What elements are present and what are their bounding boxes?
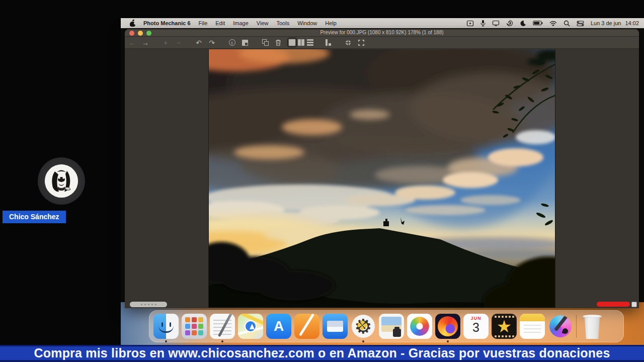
dock-item-launchpad[interactable] xyxy=(182,314,207,339)
calendar-icon: JUN 3 xyxy=(463,314,489,339)
launchpad-icon xyxy=(182,314,207,339)
dock-item-firefox[interactable] xyxy=(435,314,460,339)
textedit-icon xyxy=(210,314,235,339)
screen-add-icon[interactable] xyxy=(466,20,474,27)
window-title: Preview for 000.JPG (1080 x 810 92K) 178… xyxy=(125,30,639,35)
menu-file[interactable]: File xyxy=(199,20,208,26)
zoom-out-button[interactable]: − xyxy=(173,38,184,48)
menu-clock[interactable]: Lun 3 de jun 14:02 xyxy=(591,20,639,26)
dock: A ⚙ JUN xyxy=(149,310,624,342)
dock-separator xyxy=(576,315,577,338)
dock-item-maps[interactable] xyxy=(238,314,263,339)
spotlight-icon[interactable] xyxy=(564,20,570,27)
dock-item-preview[interactable] xyxy=(379,314,404,339)
dock-item-calendar[interactable]: JUN 3 xyxy=(463,314,489,339)
preview-app-icon xyxy=(379,314,404,339)
collapse-icon xyxy=(345,39,352,46)
dock-item-krita[interactable] xyxy=(548,314,573,339)
swirl-icon[interactable] xyxy=(506,20,513,27)
menu-window[interactable]: Window xyxy=(297,20,317,26)
copy-button[interactable] xyxy=(260,38,271,48)
photo-mechanic-icon: ⚙ xyxy=(351,314,376,339)
delete-button[interactable] xyxy=(273,38,284,48)
red-scrollbar[interactable] xyxy=(597,302,630,307)
adjust-button[interactable] xyxy=(239,38,251,48)
dock-item-movie-star[interactable]: ★ xyxy=(492,314,517,339)
dock-item-photo-mechanic[interactable]: ⚙ xyxy=(351,314,376,339)
dock-item-finder[interactable] xyxy=(153,314,179,339)
krita-icon xyxy=(548,314,573,339)
moon-icon[interactable] xyxy=(520,20,526,27)
dock-item-photos[interactable] xyxy=(407,314,432,339)
zoom-in-button[interactable]: + xyxy=(160,38,171,48)
firefox-icon xyxy=(435,314,460,339)
webcam-overlay xyxy=(38,157,85,205)
donation-banner: Compra mis libros en www.chicosanchez.co… xyxy=(0,345,644,362)
shared-screen: Photo Mechanic 6 File Edit Image View To… xyxy=(121,18,644,345)
display-icon[interactable] xyxy=(492,20,500,26)
apple-menu-icon[interactable] xyxy=(130,20,135,27)
maps-icon xyxy=(238,314,263,339)
battery-icon[interactable] xyxy=(533,21,543,26)
adjust-icon xyxy=(242,40,248,46)
thumb-scrubber[interactable] xyxy=(130,302,167,307)
presenter-name-tag: Chico Sánchez xyxy=(3,211,66,223)
wifi-icon[interactable] xyxy=(549,21,557,26)
menu-date: Lun 3 de jun xyxy=(591,20,621,26)
expand-icon xyxy=(358,39,365,46)
notes-icon xyxy=(520,314,545,339)
forward-button[interactable]: → xyxy=(140,38,151,48)
preview-toolbar: ← → + − ↶ ↷ i xyxy=(125,37,639,49)
menu-bar: Photo Mechanic 6 File Edit Image View To… xyxy=(121,18,644,28)
menu-app-name[interactable]: Photo Mechanic 6 xyxy=(143,20,191,26)
dock-item-pages[interactable] xyxy=(294,314,319,339)
dock-item-textedit[interactable] xyxy=(210,314,235,339)
dock-item-app-store[interactable]: A xyxy=(266,314,291,339)
banner-text: Compra mis libros en www.chicosanchez.co… xyxy=(34,346,610,360)
info-button[interactable]: i xyxy=(226,38,237,48)
movie-star-icon: ★ xyxy=(492,314,517,339)
back-button[interactable]: ← xyxy=(127,38,138,48)
stream-frame: Photo Mechanic 6 File Edit Image View To… xyxy=(0,0,644,362)
dock-item-trash[interactable] xyxy=(580,314,605,339)
pages-icon xyxy=(294,314,319,339)
microphone-icon[interactable] xyxy=(480,20,486,27)
arrows-collapse-button[interactable] xyxy=(343,38,354,48)
preview-photo[interactable] xyxy=(209,49,555,307)
calendar-day: 3 xyxy=(472,321,479,334)
photo-mechanic-window: Preview for 000.JPG (1080 x 810 92K) 178… xyxy=(125,29,639,308)
presenter-logo xyxy=(45,164,78,198)
trash-bin-icon xyxy=(580,314,605,339)
control-center-icon[interactable] xyxy=(577,21,584,26)
rotate-cw-button[interactable]: ↷ xyxy=(206,38,217,48)
finder-icon xyxy=(153,314,179,339)
view-list-button[interactable] xyxy=(307,39,313,46)
copy-icon xyxy=(262,39,269,46)
dock-item-mail[interactable] xyxy=(323,314,348,339)
dock-item-notes[interactable] xyxy=(520,314,545,339)
menu-edit[interactable]: Edit xyxy=(215,20,225,26)
resize-handle[interactable] xyxy=(631,302,637,307)
trash-icon xyxy=(275,39,281,46)
sort-icon xyxy=(325,39,331,46)
menu-help[interactable]: Help xyxy=(325,20,337,26)
view-two-up-button[interactable] xyxy=(298,39,304,46)
app-store-icon: A xyxy=(266,314,291,339)
photos-icon xyxy=(407,314,432,339)
window-titlebar[interactable]: Preview for 000.JPG (1080 x 810 92K) 178… xyxy=(125,29,639,37)
menu-view[interactable]: View xyxy=(257,20,269,26)
menu-time: 14:02 xyxy=(625,20,639,26)
menu-image[interactable]: Image xyxy=(233,20,249,26)
info-icon: i xyxy=(229,39,235,46)
menu-tools[interactable]: Tools xyxy=(276,20,289,26)
arrows-expand-button[interactable] xyxy=(356,38,367,48)
mail-icon xyxy=(323,314,348,339)
preview-canvas xyxy=(125,49,639,308)
rotate-ccw-button[interactable]: ↶ xyxy=(193,38,204,48)
view-single-button[interactable] xyxy=(289,39,295,46)
sort-button[interactable] xyxy=(323,38,334,48)
